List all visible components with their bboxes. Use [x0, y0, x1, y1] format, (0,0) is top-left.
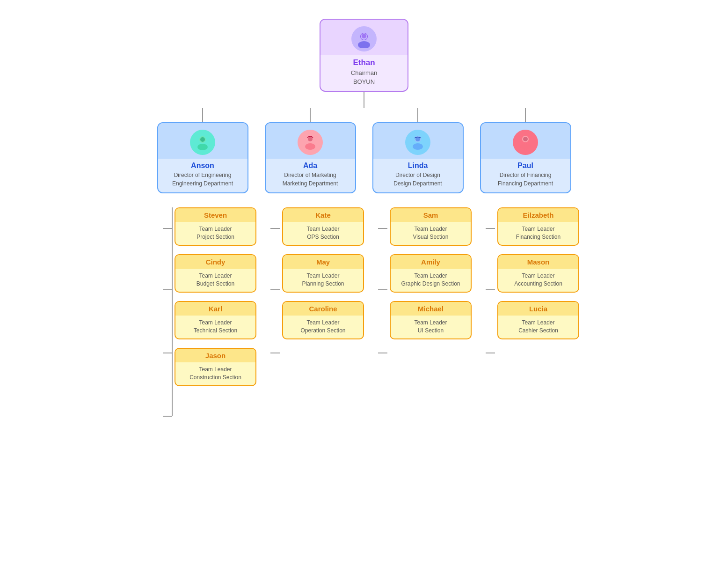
svg-point-15 [520, 143, 531, 150]
hline-karl [163, 353, 172, 353]
top-node: Ethan Chairman BOYUN [320, 19, 408, 108]
bracket-anson [149, 207, 172, 416]
svg-point-9 [305, 143, 315, 150]
svg-point-12 [413, 143, 423, 150]
hline-eilzabeth [486, 228, 495, 229]
role-cindy: Team Leader [175, 272, 255, 279]
dept-lucia: Cashier Section [498, 327, 578, 334]
card-jason: Jason Team Leader Construction Section [175, 348, 256, 386]
name-may: May [287, 258, 359, 266]
card-linda: Linda Director of Design Design Departme… [372, 122, 464, 193]
card-lucia: Lucia Team Leader Cashier Section [497, 301, 579, 339]
avatar-linda [405, 130, 430, 155]
card-anson: Anson Director of Engineering Engineerin… [157, 122, 248, 193]
teams-ada: Kate Team Leader OPS Section May Team Le… [256, 207, 364, 339]
card-michael: Michael Team Leader UI Section [390, 301, 472, 339]
hline-caroline [270, 353, 280, 353]
role-jason: Team Leader [175, 366, 255, 373]
linda-team-cards: Sam Team Leader Visual Section Amily Tea… [390, 207, 472, 339]
dept-eilzabeth: Financing Section [498, 234, 578, 240]
name-linda: Linda [373, 162, 463, 170]
name-caroline: Caroline [287, 305, 359, 313]
card-sam: Sam Team Leader Visual Section [390, 207, 472, 246]
dept-caroline: Operation Section [283, 327, 363, 334]
hline-may [270, 289, 280, 290]
paul-team-cards: Eilzabeth Team Leader Financing Section … [497, 207, 579, 339]
card-kate: Kate Team Leader OPS Section [282, 207, 364, 246]
dept-may: Planning Section [283, 280, 363, 287]
avatar-ethan [351, 26, 377, 51]
role-caroline: Team Leader [283, 319, 363, 326]
dept-cindy: Budget Section [175, 280, 255, 287]
card-eilzabeth: Eilzabeth Team Leader Financing Section [497, 207, 579, 246]
name-mason: Mason [502, 258, 575, 266]
name-amily: Amily [394, 258, 467, 266]
name-karl: Karl [179, 305, 252, 313]
name-kate: Kate [287, 211, 359, 219]
card-mason: Mason Team Leader Accounting Section [497, 254, 579, 293]
linda-teams-inner: Sam Team Leader Visual Section Amily Tea… [364, 207, 472, 339]
card-steven: Steven Team Leader Project Section [175, 207, 256, 246]
avatar-paul [513, 130, 538, 155]
hline-sam [378, 228, 387, 229]
role-lucia: Team Leader [498, 319, 578, 326]
hline-amily [378, 289, 387, 290]
svg-point-1 [358, 41, 370, 48]
name-steven: Steven [179, 211, 252, 219]
name-cindy: Cindy [179, 258, 252, 266]
card-ada: Ada Director of Marketing Marketing Depa… [265, 122, 356, 193]
name-lucia: Lucia [502, 305, 575, 313]
role-steven: Team Leader [175, 226, 255, 232]
ada-team-cards: Kate Team Leader OPS Section May Team Le… [282, 207, 364, 339]
card-cindy: Cindy Team Leader Budget Section [175, 254, 256, 293]
col-anson: Anson Director of Engineering Engineerin… [149, 108, 256, 193]
dept-steven: Project Section [175, 234, 255, 240]
dept-karl: Technical Section [175, 327, 255, 334]
col-linda: Linda Director of Design Design Departme… [364, 108, 472, 193]
dept-ada: Marketing Department [266, 180, 355, 187]
role-michael: Team Leader [391, 319, 471, 326]
name-jason: Jason [179, 352, 252, 360]
svg-point-3 [362, 34, 366, 38]
role-karl: Team Leader [175, 319, 255, 326]
role-anson: Director of Engineering [158, 172, 248, 178]
vline-anson-top [202, 108, 203, 122]
hline-michael [378, 353, 387, 353]
card-amily: Amily Team Leader Graphic Design Section [390, 254, 472, 293]
teams-paul: Eilzabeth Team Leader Financing Section … [472, 207, 579, 339]
teams-anson: Steven Team Leader Project Section Cindy… [149, 207, 256, 416]
teams-linda: Sam Team Leader Visual Section Amily Tea… [364, 207, 472, 339]
role-kate: Team Leader [283, 226, 363, 232]
hline-kate [270, 228, 280, 229]
hline-container: Anson Director of Engineering Engineerin… [9, 108, 719, 193]
directors-row: Anson Director of Engineering Engineerin… [149, 108, 579, 193]
avatar-ada [298, 130, 323, 155]
role-mason: Team Leader [498, 272, 578, 279]
card-caroline: Caroline Team Leader Operation Section [282, 301, 364, 339]
dept-ethan: BOYUN [320, 78, 408, 85]
card-ethan: Ethan Chairman BOYUN [320, 19, 408, 92]
vline-anson-teams [172, 207, 173, 416]
vline-ada-top [310, 108, 311, 122]
name-paul: Paul [481, 162, 570, 170]
dept-mason: Accounting Section [498, 280, 578, 287]
hline-mason [486, 289, 495, 290]
role-linda: Director of Design [373, 172, 463, 178]
vline-linda-top [417, 108, 418, 122]
card-may: May Team Leader Planning Section [282, 254, 364, 293]
role-sam: Team Leader [391, 226, 471, 232]
name-michael: Michael [394, 305, 467, 313]
role-amily: Team Leader [391, 272, 471, 279]
name-anson: Anson [158, 162, 248, 170]
dept-anson: Engineering Department [158, 180, 248, 187]
dept-kate: OPS Section [283, 234, 363, 240]
card-karl: Karl Team Leader Technical Section [175, 301, 256, 339]
dept-amily: Graphic Design Section [391, 280, 471, 287]
role-ethan: Chairman [320, 69, 408, 76]
hline-jason [163, 416, 172, 417]
ada-teams-inner: Kate Team Leader OPS Section May Team Le… [256, 207, 364, 339]
hline-lucia [486, 353, 495, 353]
name-eilzabeth: Eilzabeth [502, 211, 575, 219]
org-chart: Ethan Chairman BOYUN [9, 9, 719, 416]
anson-teams-inner: Steven Team Leader Project Section Cindy… [149, 207, 256, 416]
